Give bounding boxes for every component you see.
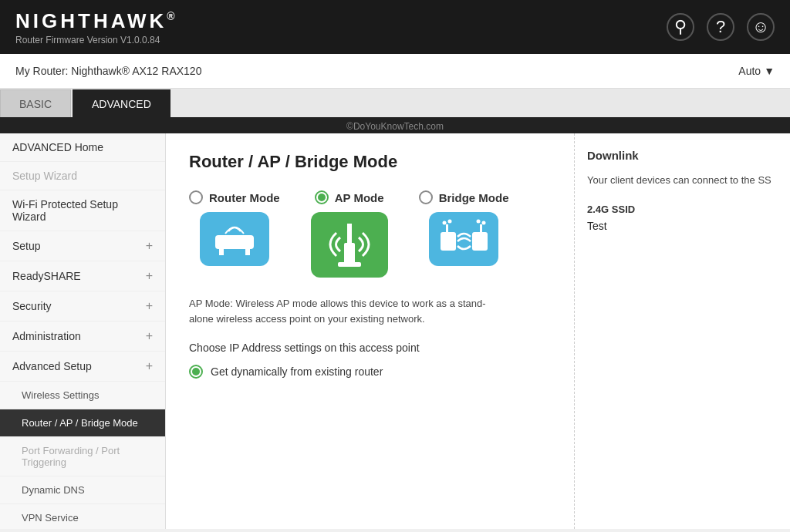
- sidebar: ADVANCED Home Setup Wizard Wi-Fi Protect…: [0, 133, 166, 529]
- dynamic-ip-label: Get dynamically from existing router: [211, 365, 383, 378]
- router-label: My Router:: [15, 65, 68, 77]
- ap-description: AP Mode: Wireless AP mode allows this de…: [189, 296, 498, 326]
- sidebar-item-dynamic-dns[interactable]: Dynamic DNS: [0, 476, 165, 504]
- watermark-bar: ©DoYouKnowTech.com: [0, 120, 790, 133]
- sidebar-item-vpn-service[interactable]: VPN Service: [0, 504, 165, 529]
- security-expand-icon: +: [146, 299, 153, 313]
- sidebar-item-advanced-home[interactable]: ADVANCED Home: [0, 133, 165, 162]
- svg-rect-4: [219, 249, 224, 255]
- router-mode-radio[interactable]: [189, 190, 203, 204]
- ap-mode-label-row: AP Mode: [315, 190, 384, 204]
- user-icon[interactable]: ☺: [747, 13, 775, 41]
- tab-bar: BASIC ADVANCED: [0, 89, 790, 120]
- bridge-mode-icon: [429, 212, 498, 266]
- svg-rect-10: [472, 232, 488, 251]
- router-mode-label-row: Router Mode: [189, 190, 280, 204]
- setup-expand-icon: +: [146, 239, 153, 253]
- right-panel: Downlink Your client devices can connect…: [574, 133, 790, 529]
- router-mode-icon: [200, 212, 269, 266]
- sidebar-item-readyshare[interactable]: ReadySHARE +: [0, 261, 165, 291]
- ip-option-dynamic[interactable]: Get dynamically from existing router: [189, 365, 551, 379]
- svg-rect-11: [446, 224, 448, 234]
- svg-rect-8: [347, 224, 352, 245]
- bridge-mode-label: Bridge Mode: [439, 191, 509, 204]
- svg-rect-9: [441, 232, 456, 251]
- svg-point-1: [220, 240, 225, 244]
- svg-point-2: [228, 240, 232, 244]
- page-title: Router / AP / Bridge Mode: [189, 152, 551, 172]
- bridge-mode-label-row: Bridge Mode: [419, 190, 509, 204]
- svg-point-16: [476, 219, 480, 223]
- ap-mode-icon: [311, 212, 388, 278]
- sidebar-item-administration[interactable]: Administration +: [0, 322, 165, 352]
- administration-expand-icon: +: [146, 329, 153, 343]
- language-value: Auto: [738, 65, 761, 77]
- sidebar-item-security[interactable]: Security +: [0, 291, 165, 322]
- bridge-mode-radio[interactable]: [419, 190, 433, 204]
- firmware-version: Router Firmware Version V1.0.0.84: [15, 35, 178, 45]
- sidebar-item-advanced-setup[interactable]: Advanced Setup +: [0, 352, 165, 382]
- ap-mode-radio[interactable]: [315, 190, 329, 204]
- content-area: Router / AP / Bridge Mode Router Mode: [166, 133, 574, 529]
- svg-point-14: [447, 219, 451, 223]
- language-selector[interactable]: Auto ▼: [738, 65, 775, 77]
- sidebar-item-port-forwarding[interactable]: Port Forwarding / Port Triggering: [0, 437, 165, 476]
- watermark-text: ©DoYouKnowTech.com: [346, 121, 444, 132]
- dynamic-ip-radio[interactable]: [189, 365, 203, 379]
- router-bar: My Router: Nighthawk® AX12 RAX120 Auto ▼: [0, 54, 790, 89]
- svg-point-3: [235, 240, 240, 244]
- sidebar-item-wireless-settings[interactable]: Wireless Settings: [0, 382, 165, 409]
- help-icon[interactable]: ?: [707, 13, 734, 41]
- downlink-title: Downlink: [587, 149, 778, 162]
- bridge-mode-option[interactable]: Bridge Mode: [419, 190, 509, 266]
- sidebar-item-setup-wizard[interactable]: Setup Wizard: [0, 162, 165, 190]
- tab-advanced[interactable]: ADVANCED: [73, 89, 170, 117]
- svg-point-13: [442, 221, 446, 224]
- header-icons: ⚲ ? ☺: [667, 13, 775, 41]
- ap-mode-option[interactable]: AP Mode: [311, 190, 388, 278]
- brand-logo: NIGHTHAWK®: [15, 9, 178, 33]
- brand-section: NIGHTHAWK® Router Firmware Version V1.0.…: [15, 9, 178, 45]
- svg-point-15: [481, 221, 485, 224]
- router-mode-label: Router Mode: [209, 191, 280, 204]
- sidebar-item-wifi-protected[interactable]: Wi-Fi Protected Setup Wizard: [0, 190, 165, 231]
- sidebar-item-setup[interactable]: Setup +: [0, 231, 165, 261]
- mode-selector-row: Router Mode: [189, 190, 551, 278]
- ip-section-title: Choose IP Address settings on this acces…: [189, 342, 551, 354]
- ap-mode-label: AP Mode: [335, 191, 384, 204]
- ssid-label: 2.4G SSID: [587, 204, 778, 215]
- readyshare-expand-icon: +: [146, 269, 153, 283]
- search-icon[interactable]: ⚲: [667, 13, 694, 41]
- advanced-setup-expand-icon: +: [146, 359, 153, 373]
- router-mode-option[interactable]: Router Mode: [189, 190, 280, 266]
- tab-basic[interactable]: BASIC: [0, 89, 71, 117]
- router-info: My Router: Nighthawk® AX12 RAX120: [15, 65, 201, 77]
- downlink-description: Your client devices can connect to the S…: [587, 173, 778, 188]
- dropdown-arrow-icon: ▼: [764, 65, 775, 77]
- svg-rect-5: [245, 249, 250, 255]
- main-layout: ADVANCED Home Setup Wizard Wi-Fi Protect…: [0, 133, 790, 529]
- sidebar-item-router-ap-bridge[interactable]: Router / AP / Bridge Mode: [0, 409, 165, 437]
- ssid-value: Test: [587, 220, 778, 232]
- header: NIGHTHAWK® Router Firmware Version V1.0.…: [0, 0, 790, 54]
- router-name: Nighthawk® AX12 RAX120: [71, 65, 201, 77]
- svg-rect-7: [338, 262, 361, 267]
- svg-rect-12: [480, 224, 482, 234]
